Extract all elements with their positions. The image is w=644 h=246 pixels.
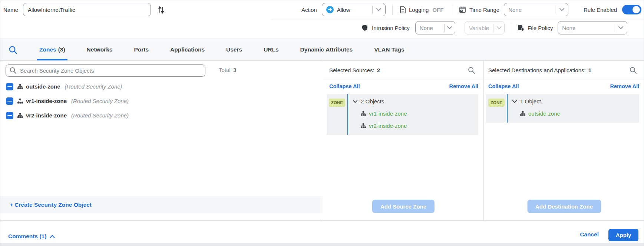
zones-content: Total 3 outside-zone [0,61,644,220]
action-group: Action Allow [301,3,386,17]
file-policy-value: None [562,25,612,31]
tab-networks[interactable]: Networks [87,39,113,60]
name-label: Name [3,7,18,13]
security-zone-icon [361,123,366,128]
remove-all-link[interactable]: Remove All [610,83,639,89]
destinations-title: Selected Destinations and Applications: [488,67,586,73]
zone-list: outside-zone (Routed Security Zone) [0,79,323,123]
zone-row-outside-zone[interactable]: outside-zone (Routed Security Zone) [0,79,323,94]
checkbox-indeterminate[interactable] [6,83,13,90]
total-count: Total 3 [219,67,236,73]
chevron-down-icon [494,26,504,29]
chevron-up-icon [50,235,55,238]
selected-destinations-panel: Selected Destinations and Applications: … [484,61,644,220]
zone-type-badge: ZONE [488,99,505,107]
file-policy-icon [518,25,524,31]
chevron-down-icon [353,100,357,103]
selected-object-row[interactable]: vr2-inside-zone [361,123,475,129]
intrusion-policy-dropdown[interactable]: None [415,21,455,34]
intrusion-policy-group: Intrusion Policy None [362,21,455,35]
checkbox-indeterminate[interactable] [6,97,13,105]
security-zone-icon [520,111,525,116]
checkbox-indeterminate[interactable] [6,112,13,119]
chevron-down-icon [373,8,385,11]
sort-order-icon[interactable] [158,6,164,14]
security-zone-icon [17,84,23,89]
zone-type-badge: ZONE [329,99,345,107]
zone-search-box [6,64,205,77]
destinations-group-label: 1 Object [520,98,541,104]
tab-applications[interactable]: Applications [170,39,205,60]
search-icon[interactable] [9,46,17,54]
intrusion-policy-shield-icon [362,25,367,31]
selected-object-row[interactable]: outside-zone [520,110,636,117]
cancel-button[interactable]: Cancel [580,231,599,238]
zone-search-input[interactable] [20,67,201,74]
file-policy-group: File Policy None [518,21,627,35]
sources-title: Selected Sources: [329,67,374,73]
action-dropdown[interactable]: Allow [322,3,386,16]
zone-row-vr1-inside-zone[interactable]: vr1-inside-zone (Routed Security Zone) [0,94,323,108]
collapse-all-link[interactable]: Collapse All [329,83,360,89]
tab-zones[interactable]: Zones (3) [39,39,65,60]
rule-name-input[interactable] [23,3,151,16]
time-range-label: Time Range [469,7,499,13]
divider [271,20,644,20]
selected-sources-panel: Selected Sources: 2 Collapse All Remove … [323,61,484,220]
destinations-header: Selected Destinations and Applications: … [484,61,644,80]
time-range-dropdown[interactable]: None [504,3,568,16]
create-zone-bar: + Create Security Zone Object [0,196,323,213]
rule-header: Name Action Allow [0,0,644,39]
sources-objects: 2 Objects vr1-inside [348,94,478,135]
chevron-down-icon [555,8,568,11]
chevron-down-icon [614,26,627,29]
create-security-zone-link[interactable]: + Create Security Zone Object [10,202,92,208]
action-value: Allow [337,7,370,13]
tab-ports[interactable]: Ports [134,39,149,60]
search-icon[interactable] [630,67,637,74]
add-source-zone-button[interactable]: Add Source Zone [372,200,435,213]
security-zone-icon [17,99,23,104]
chevron-down-icon [445,26,455,29]
variable-set-value: Variable Set [469,25,491,31]
destinations-group-expander[interactable]: 1 Object [512,98,636,104]
logging-group[interactable]: Logging OFF [400,3,443,17]
variable-set-dropdown[interactable]: Variable Set [465,21,505,34]
zone-row-vr2-inside-zone[interactable]: vr2-inside-zone (Routed Security Zone) [0,108,323,123]
rule-enabled-toggle[interactable] [622,5,641,14]
time-range-value: None [508,7,553,13]
comments-toggle[interactable]: Comments (1) [8,233,55,240]
bottom-strip [0,243,644,246]
tab-users[interactable]: Users [226,39,242,60]
toggle-knob [633,6,640,13]
allow-action-icon [326,6,334,13]
intrusion-policy-label: Intrusion Policy [372,25,410,31]
search-icon [10,67,17,74]
zone-badge-column: ZONE [327,94,348,135]
tab-vlan-tags[interactable]: VLAN Tags [374,39,404,60]
collapse-all-link[interactable]: Collapse All [488,83,519,89]
variable-set-group: Variable Set [465,21,505,35]
sources-links-row: Collapse All Remove All [323,83,483,89]
selected-object-row[interactable]: vr1-inside-zone [361,110,475,117]
apply-button[interactable]: Apply [608,229,638,241]
action-label: Action [301,7,317,13]
file-policy-label: File Policy [528,25,553,31]
tab-dynamic-attributes[interactable]: Dynamic Attributes [300,39,353,60]
logging-label: Logging [409,7,429,13]
zone-badge-column: ZONE [486,94,508,123]
destinations-links-row: Collapse All Remove All [484,83,644,89]
tab-row: Zones (3) Networks Ports Applications Us… [39,39,404,60]
sources-group-expander[interactable]: 2 Objects [353,98,475,104]
security-zone-icon [17,113,23,118]
add-destination-zone-button[interactable]: Add Destination Zone [527,200,601,213]
time-range-icon [459,6,466,13]
file-policy-dropdown[interactable]: None [558,21,627,34]
tab-urls[interactable]: URLs [264,39,278,60]
remove-all-link[interactable]: Remove All [449,83,478,89]
sources-count: 2 [377,67,380,73]
name-group: Name [3,3,164,17]
rule-enabled-label: Rule Enabled [584,7,617,13]
search-icon[interactable] [468,67,475,74]
destinations-objects: 1 Object outside-zon [508,94,639,123]
